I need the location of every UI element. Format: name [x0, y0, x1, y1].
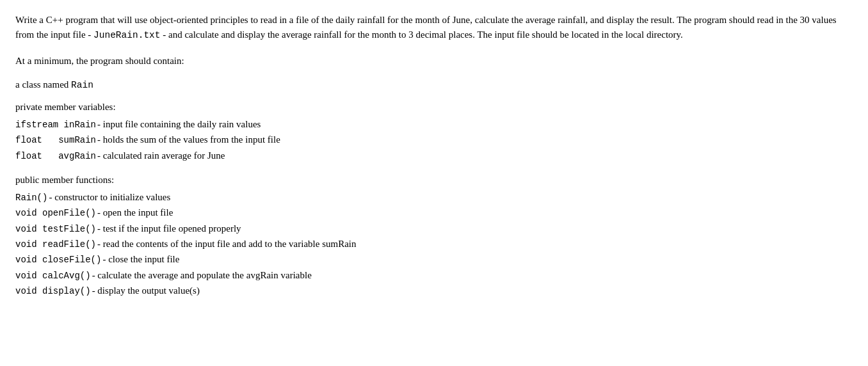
filename-code: JuneRain.txt [93, 30, 160, 40]
private-members-block: ifstream inRain - input file containing … [15, 116, 853, 163]
public-member-code-5: void calcAvg() [15, 269, 91, 283]
public-member-code-4: void closeFile() [15, 253, 101, 267]
main-content: Write a C++ program that will use object… [15, 13, 853, 299]
class-label: a class named Rain [15, 79, 853, 90]
list-item: void readFile() - read the contents of t… [15, 236, 853, 251]
public-member-desc-3: - read the contents of the input file an… [97, 236, 356, 251]
list-item: void display() - display the output valu… [15, 283, 853, 298]
public-member-code-1: void openFile() [15, 206, 96, 220]
intro-paragraph: Write a C++ program that will use object… [15, 13, 853, 43]
public-member-desc-4: - close the input file [102, 251, 179, 267]
list-item: ifstream inRain - input file containing … [15, 116, 853, 132]
private-member-desc-1: - holds the sum of the values from the i… [97, 132, 280, 147]
public-member-desc-1: - open the input file [97, 205, 173, 220]
class-label-text: a class named [15, 79, 71, 90]
intro-text-2: - and calculate and display the average … [160, 29, 682, 40]
list-item: void closeFile() - close the input file [15, 251, 853, 267]
private-member-code-0: ifstream inRain [15, 118, 96, 132]
public-member-code-3: void readFile() [15, 237, 96, 251]
minimum-label: At a minimum, the program should contain… [15, 54, 853, 68]
public-member-code-0: Rain() [15, 191, 47, 205]
public-member-desc-6: - display the output value(s) [92, 283, 200, 298]
list-item: float avgRain - calculated rain average … [15, 148, 853, 163]
list-item: void calcAvg() - calculate the average a… [15, 267, 853, 283]
list-item: float sumRain - holds the sum of the val… [15, 132, 853, 147]
private-member-desc-2: - calculated rain average for June [97, 148, 225, 163]
list-item: Rain() - constructor to initialize value… [15, 189, 853, 205]
public-member-desc-2: - test if the input file opened properly [97, 221, 241, 236]
list-item: void openFile() - open the input file [15, 205, 853, 220]
public-members-block: Rain() - constructor to initialize value… [15, 189, 853, 299]
private-member-desc-0: - input file containing the daily rain v… [97, 116, 261, 132]
public-member-desc-5: - calculate the average and populate the… [92, 267, 312, 283]
public-member-code-6: void display() [15, 284, 91, 298]
class-name-code: Rain [71, 80, 93, 90]
public-label: public member functions: [15, 175, 853, 186]
private-member-code-1: float sumRain [15, 133, 96, 147]
public-member-desc-0: - constructor to initialize values [49, 189, 170, 205]
private-member-code-2: float avgRain [15, 149, 96, 163]
public-member-code-2: void testFile() [15, 222, 96, 236]
list-item: void testFile() - test if the input file… [15, 221, 853, 236]
private-label: private member variables: [15, 102, 853, 113]
